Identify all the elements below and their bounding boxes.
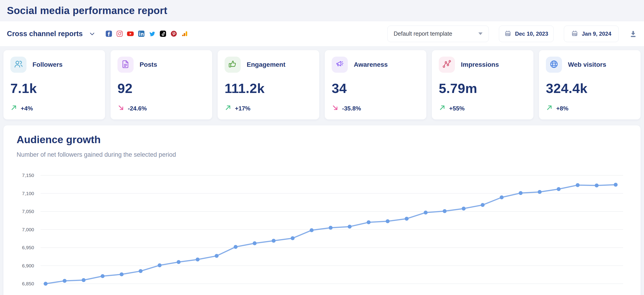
- arrow-up-right-icon: [224, 104, 232, 113]
- data-point: [424, 211, 428, 215]
- data-point: [215, 254, 218, 258]
- data-point: [310, 228, 314, 232]
- page-header: Social media performance report: [0, 0, 644, 21]
- metric-tile-web-visitors: [546, 57, 562, 73]
- metric-value: 324.4k: [546, 80, 634, 96]
- metric-value: 7.1k: [10, 80, 98, 96]
- metric-card-followers: Followers 7.1k +4%: [4, 50, 105, 119]
- arrow-up-right-icon: [10, 104, 17, 111]
- date-from-value: Dec 10, 2023: [515, 31, 548, 37]
- metric-tile-awareness: [332, 57, 348, 73]
- date-from-picker[interactable]: Dec 10, 2023: [499, 25, 554, 42]
- arrow-up-right-icon: [546, 104, 553, 111]
- data-point: [595, 184, 599, 188]
- arrow-up-right-icon: [439, 104, 446, 111]
- data-point: [386, 219, 390, 223]
- metric-tile-followers: [10, 57, 26, 73]
- data-point: [614, 183, 618, 187]
- chart-subtitle: Number of net followers gained during th…: [16, 151, 176, 158]
- arrow-down-right-icon: [332, 104, 338, 113]
- data-point: [500, 195, 504, 199]
- data-point: [44, 282, 48, 286]
- data-point: [576, 183, 580, 187]
- metric-card-impressions: Impressions 5.79m +55%: [432, 50, 534, 119]
- impressions-path-icon: [442, 59, 452, 70]
- data-point: [234, 245, 238, 249]
- arrow-up-right-icon: [224, 104, 232, 111]
- data-point: [63, 279, 66, 283]
- calendar-icon: [571, 30, 578, 38]
- instagram-icon[interactable]: [116, 30, 123, 37]
- metric-value: 34: [332, 80, 420, 96]
- metric-delta: +8%: [556, 105, 568, 112]
- data-point: [272, 239, 276, 243]
- data-point: [196, 258, 200, 262]
- metric-card-posts: Posts 92 -24.6%: [110, 50, 212, 119]
- download-icon: [629, 30, 637, 38]
- youtube-icon[interactable]: [127, 30, 134, 37]
- download-button[interactable]: [629, 30, 637, 38]
- followers-people-icon: [14, 59, 23, 70]
- data-point: [557, 187, 560, 191]
- audience-growth-panel: Audience growth Number of net followers …: [4, 125, 640, 295]
- data-point: [367, 221, 370, 224]
- chevron-down-icon[interactable]: [89, 31, 95, 37]
- toolbar-right: Default report template Dec 10, 2023: [388, 25, 637, 42]
- tiktok-icon[interactable]: [160, 30, 166, 37]
- data-point: [519, 191, 522, 195]
- metric-label: Impressions: [461, 61, 499, 68]
- y-axis-tick: 6,900: [22, 263, 34, 268]
- twitter-icon[interactable]: [148, 30, 156, 37]
- y-axis-tick: 6,850: [22, 281, 34, 286]
- arrow-down-right-icon: [332, 104, 338, 111]
- template-select-value: Default report template: [394, 30, 452, 37]
- arrow-down-right-icon: [118, 104, 124, 111]
- metric-label: Engagement: [247, 61, 286, 68]
- metric-delta: -35.8%: [342, 105, 361, 112]
- y-axis-tick: 7,150: [22, 173, 34, 178]
- linkedin-icon[interactable]: [138, 30, 145, 37]
- data-point: [348, 225, 352, 229]
- data-point: [158, 263, 162, 267]
- data-point: [291, 236, 294, 240]
- metric-delta: +4%: [21, 105, 33, 112]
- metric-label: Web visitors: [568, 61, 606, 68]
- metric-delta: -24.6%: [128, 105, 147, 112]
- template-select[interactable]: Default report template: [388, 25, 489, 42]
- metric-value: 92: [118, 80, 205, 96]
- data-point: [253, 241, 256, 245]
- google-analytics-icon[interactable]: [181, 30, 188, 37]
- data-point: [329, 226, 332, 230]
- date-to-picker[interactable]: Jan 9, 2024: [564, 25, 619, 42]
- page-title: Social media performance report: [7, 5, 167, 16]
- metric-tile-impressions: [439, 57, 455, 73]
- data-point: [481, 203, 484, 207]
- data-point: [177, 260, 180, 264]
- data-point: [120, 273, 124, 276]
- data-point: [101, 274, 104, 278]
- arrow-up-right-icon: [546, 104, 553, 113]
- data-point: [462, 207, 466, 211]
- posts-document-icon: [121, 59, 130, 70]
- audience-growth-line: [46, 185, 616, 284]
- calendar-icon: [504, 30, 511, 38]
- engagement-thumbs-up-icon: [228, 59, 238, 70]
- chart-title: Audience growth: [16, 134, 101, 146]
- report-selector[interactable]: Cross channel reports: [7, 30, 83, 38]
- pinterest-icon[interactable]: [170, 30, 177, 37]
- audience-growth-chart: 7,1507,1007,0507,0006,9506,9006,850: [4, 169, 640, 295]
- arrow-up-right-icon: [10, 104, 17, 113]
- y-axis-tick: 7,000: [22, 227, 34, 232]
- facebook-icon[interactable]: [105, 30, 112, 37]
- y-axis-tick: 7,050: [22, 209, 34, 214]
- data-point: [443, 209, 446, 213]
- web-visitors-globe-icon: [549, 59, 559, 70]
- metric-label: Posts: [140, 61, 157, 68]
- y-axis-tick: 7,100: [22, 191, 34, 196]
- metric-delta: +17%: [235, 105, 250, 112]
- metric-value: 111.2k: [224, 80, 312, 96]
- metric-value: 5.79m: [439, 80, 526, 96]
- metric-card-engagement: Engagement 111.2k +17%: [218, 50, 319, 119]
- data-point: [538, 190, 542, 194]
- arrow-up-right-icon: [439, 104, 446, 113]
